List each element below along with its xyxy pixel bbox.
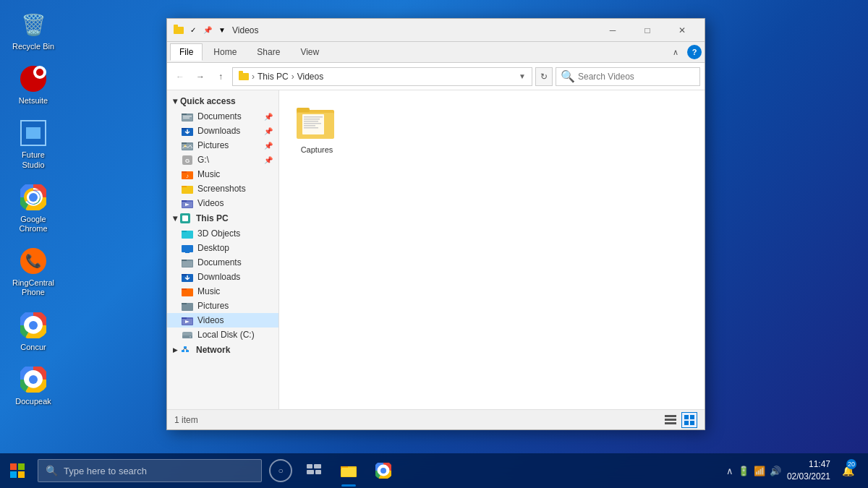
sidebar-section-quick-access[interactable]: ▾ Quick access [167,93,278,109]
recycle-bin-icon[interactable]: 🗑️ Recycle Bin [7,7,59,54]
close-button[interactable]: ✕ [665,19,699,42]
sidebar-item-videos-qa[interactable]: Videos [167,196,278,210]
battery-icon[interactable]: 🔋 [738,466,749,476]
ribbon-tabs: File Home Share View ∧ ? [167,42,705,62]
netsuite-icon[interactable]: Netsuite [7,61,59,108]
sidebar-item-pictures-pc[interactable]: Pictures [167,299,278,313]
svg-rect-88 [341,468,356,476]
sidebar-item-music-pc[interactable]: Music [167,284,278,299]
notification-center-button[interactable]: 🔔 20 [836,453,859,488]
sidebar-section-network[interactable]: ▸ Network [167,342,278,358]
status-right [663,412,697,428]
svg-rect-78 [10,463,17,470]
captures-folder-icon [297,102,337,142]
start-button[interactable] [0,453,35,488]
refresh-button[interactable]: ↻ [535,67,553,86]
clock[interactable]: 11:47 02/03/2021 [787,458,830,483]
network-icon[interactable]: 📶 [754,466,765,476]
svg-rect-69 [304,125,315,127]
sidebar-item-screenshots[interactable]: Screenshots [167,181,278,196]
svg-rect-48 [182,303,187,304]
navigation-bar: ← → ↑ › This PC › Videos ▼ ↻ 🔍 [167,63,705,90]
up-button[interactable]: ↑ [212,68,229,85]
future-studio-label: Future Studio [10,150,56,169]
tray-up-arrow[interactable]: ∧ [726,466,733,476]
quick-access-toolbar [173,25,184,36]
path-this-pc[interactable]: This PC [258,72,289,82]
ringcentral-icon[interactable]: 📞 RingCentral Phone [7,244,59,300]
sidebar-item-g-drive[interactable]: G G:\ 📌 [167,153,278,167]
minimize-button[interactable]: ─ [596,19,629,42]
sidebar-item-3d-objects[interactable]: 3D Objects [167,226,278,241]
notification-badge: 20 [846,459,856,469]
svg-point-91 [380,468,386,474]
google-chrome-label: Google Chrome [10,215,56,234]
sidebar-item-documents-pc[interactable]: Documents [167,255,278,270]
svg-rect-57 [186,350,189,352]
tab-view[interactable]: View [291,43,328,61]
svg-rect-15 [182,114,187,115]
file-item-captures[interactable]: Captures [288,99,346,157]
ribbon-expand-button[interactable]: ∧ [667,45,684,60]
svg-rect-42 [182,261,192,267]
sidebar: ▾ Quick access Documents 📌 Downloads 📌 [167,90,279,409]
back-button[interactable]: ← [171,68,189,85]
documents-pc-icon [182,257,193,267]
address-bar[interactable]: › This PC › Videos ▼ [232,67,532,86]
window-controls: ─ □ ✕ [596,19,699,42]
concur-label: Concur [20,343,46,352]
3d-objects-icon [182,228,193,239]
status-bar: 1 item [167,409,705,429]
sidebar-item-videos-pc[interactable]: Videos [167,313,278,328]
tab-file[interactable]: File [170,43,203,61]
sidebar-documents-pc-label: Documents [197,257,242,267]
sidebar-item-documents[interactable]: Documents 📌 [167,109,278,124]
taskbar-chrome[interactable] [367,453,399,488]
list-view-button[interactable] [663,412,678,428]
pin-downloads-icon: 📌 [264,127,273,135]
tab-home[interactable]: Home [204,43,246,61]
title-bar: ✓ 📌 ▼ Videos ─ □ ✕ [167,19,705,42]
desktop-icon-sidebar [182,243,193,253]
path-separator-2: › [292,72,294,82]
grid-view-button[interactable] [681,412,697,428]
concur-icon[interactable]: Concur [7,308,59,355]
svg-text:G: G [185,158,190,164]
sidebar-this-pc-label: This PC [196,213,229,223]
docupeak-icon[interactable]: Docupeak [7,362,59,409]
help-button[interactable]: ? [687,45,702,59]
svg-rect-81 [18,471,25,478]
taskbar-file-explorer[interactable] [333,453,365,488]
svg-rect-72 [665,419,676,421]
taskbar-search[interactable]: 🔍 Type here to search [38,459,262,482]
volume-icon[interactable]: 🔊 [770,466,781,476]
sidebar-item-music[interactable]: ♪ Music [167,167,278,181]
svg-rect-22 [182,142,187,144]
sidebar-item-downloads-pc[interactable]: Downloads [167,270,278,284]
cortana-button[interactable]: ○ [269,459,292,482]
sidebar-item-desktop[interactable]: Desktop [167,241,278,255]
forward-button[interactable]: → [192,68,209,85]
path-videos[interactable]: Videos [297,72,323,82]
google-chrome-icon[interactable]: Google Chrome [7,180,59,236]
sidebar-section-this-pc[interactable]: ▾ This PC [167,210,278,226]
checkmark-icon: ✓ [187,25,199,36]
sidebar-item-local-disk[interactable]: Local Disk (C:) [167,328,278,342]
svg-rect-46 [182,288,187,290]
svg-line-60 [185,348,187,350]
pictures-pc-icon [182,301,193,311]
documents-icon [182,111,193,121]
taskbar-task-view[interactable] [298,453,330,488]
search-input[interactable] [578,72,695,82]
svg-rect-79 [18,463,25,470]
sidebar-item-downloads[interactable]: Downloads 📌 [167,124,278,138]
tab-share[interactable]: Share [247,43,289,61]
search-icon: 🔍 [561,69,575,83]
future-studio-icon[interactable]: Future Studio [7,116,59,172]
captures-label: Captures [301,145,333,154]
maximize-button[interactable]: □ [631,19,664,42]
address-chevron-icon[interactable]: ▼ [519,72,526,80]
svg-rect-67 [304,121,318,122]
search-bar[interactable]: 🔍 [556,67,700,86]
sidebar-item-pictures[interactable]: Pictures 📌 [167,138,278,153]
